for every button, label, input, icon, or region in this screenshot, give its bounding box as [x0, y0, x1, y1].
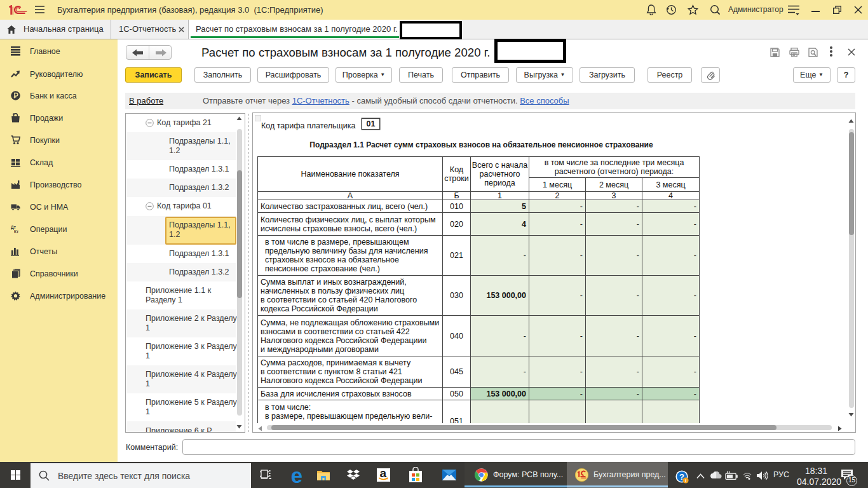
- svg-text:i: i: [685, 478, 686, 484]
- svg-text:Кт: Кт: [14, 229, 18, 234]
